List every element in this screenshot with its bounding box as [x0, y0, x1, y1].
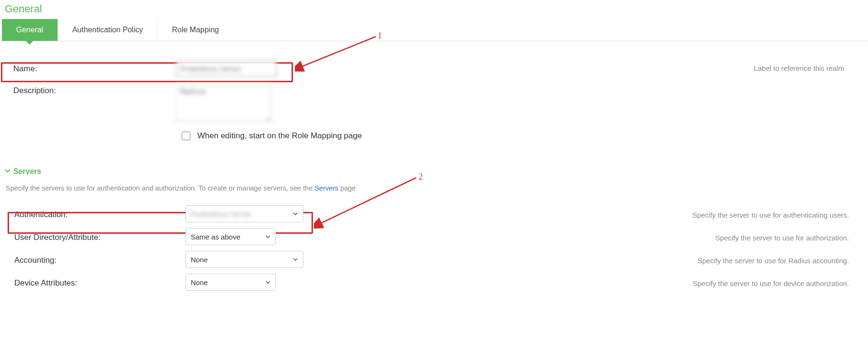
tab-authentication-policy[interactable]: Authentication Policy [58, 19, 158, 41]
tab-general[interactable]: General [2, 19, 58, 41]
servers-section-title: Servers [13, 167, 41, 176]
description-field[interactable]: Radius [176, 84, 271, 121]
authentication-value: Protectimus Server [191, 210, 252, 218]
page-title: General [0, 0, 868, 19]
accounting-label: Accounting: [0, 254, 185, 265]
servers-description: Specify the servers to use for authentic… [0, 184, 868, 202]
name-hint: Label to reference this realm [754, 60, 863, 72]
row-start-on-role-mapping: When editing, start on the Role Mapping … [5, 130, 863, 142]
row-accounting: Accounting: None Specify the server to u… [0, 251, 868, 268]
row-device-attributes: Device Attributes: None Specify the serv… [0, 274, 868, 291]
authentication-select[interactable]: Protectimus Server [185, 205, 303, 222]
device-attributes-select[interactable]: None [185, 274, 276, 291]
user-directory-select[interactable]: Same as above [185, 228, 276, 245]
user-directory-hint: Specify the server to use for authorizat… [715, 232, 868, 242]
servers-desc-prefix: Specify the servers to use for authentic… [6, 184, 314, 192]
device-attributes-value: None [191, 278, 208, 287]
servers-link[interactable]: Servers [314, 184, 338, 192]
general-form: 1 Name: Label to reference this realm De… [0, 41, 868, 165]
device-attributes-hint: Specify the server to use for device aut… [692, 277, 868, 287]
row-name: Name: Label to reference this realm [5, 60, 863, 76]
servers-area: 2 Specify the servers to use for authent… [0, 184, 868, 291]
tab-role-mapping[interactable]: Role Mapping [157, 19, 233, 41]
name-label: Name: [5, 60, 176, 74]
servers-section-toggle[interactable]: Servers [0, 165, 868, 184]
row-description: Description: Radius [5, 84, 863, 123]
name-field[interactable] [176, 60, 277, 76]
chevron-down-icon [293, 211, 298, 217]
start-on-role-mapping-checkbox[interactable] [182, 132, 190, 140]
accounting-value: None [191, 256, 208, 264]
user-directory-value: Same as above [191, 233, 240, 241]
device-attributes-label: Device Attributes: [0, 277, 185, 288]
description-label: Description: [5, 84, 176, 96]
chevron-down-icon [293, 257, 298, 262]
start-on-role-mapping-label: When editing, start on the Role Mapping … [197, 131, 362, 141]
authentication-hint: Specify the server to use for authentica… [692, 209, 868, 219]
tabs: General Authentication Policy Role Mappi… [2, 19, 868, 41]
user-directory-label: User Directory/Attribute: [0, 231, 185, 242]
chevron-down-icon [265, 234, 271, 239]
row-user-directory: User Directory/Attribute: Same as above … [0, 228, 868, 245]
accounting-select[interactable]: None [185, 251, 303, 268]
chevron-down-icon [265, 279, 271, 285]
chevron-down-icon [5, 168, 10, 175]
servers-desc-suffix: page. [338, 184, 357, 192]
accounting-hint: Specify the server to use for Radius acc… [697, 255, 868, 265]
authentication-label: Authentication: [0, 208, 185, 220]
row-authentication: Authentication: Protectimus Server Speci… [0, 202, 868, 222]
